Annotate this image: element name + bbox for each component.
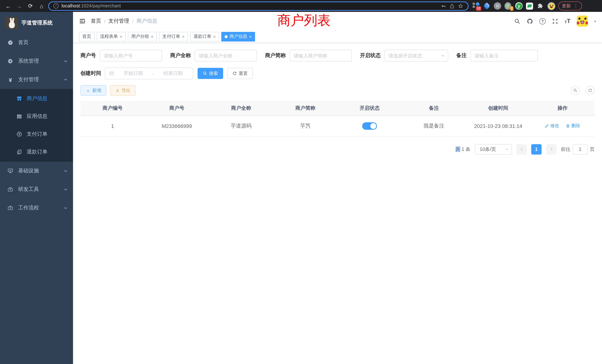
goto-page-input[interactable] — [573, 144, 588, 154]
extension-blocks-icon[interactable]: 10 — [472, 2, 480, 10]
help-icon[interactable]: ? — [539, 18, 546, 24]
merchant-table: 商户编号 商户号 商户全称 商户简称 开启状态 备注 创建时间 操作 1 — [80, 101, 595, 137]
sidebar-item-home[interactable]: 首页 — [0, 33, 73, 52]
tab-user-group[interactable]: 用户分组× — [128, 32, 157, 41]
tab-refund-order[interactable]: 退款订单× — [190, 32, 219, 41]
sidebar-item-workflow[interactable]: 工作流程 — [0, 199, 73, 217]
status-select[interactable] — [384, 50, 448, 62]
total-count: 共 1 条 — [455, 146, 470, 152]
sidebar-item-infra[interactable]: 基础设施 — [0, 162, 73, 180]
sidebar-collapse-button[interactable] — [79, 18, 86, 24]
hamburger-collapse-icon — [79, 18, 86, 24]
active-dot — [225, 35, 228, 38]
page-unit-label: 页 — [590, 146, 595, 152]
sidebar-item-pay[interactable]: ¥ 支付管理 — [0, 70, 73, 89]
goto-page: 前往 页 — [561, 144, 595, 154]
breadcrumb-pay[interactable]: 支付管理 — [108, 18, 129, 24]
address-bar[interactable]: i localhost:1024/pay/merchant — [48, 1, 469, 11]
short-name-input[interactable] — [290, 50, 352, 62]
col-short-name: 商户简称 — [273, 101, 337, 116]
refresh-table-button[interactable] — [586, 86, 595, 95]
table-row: 1 M233666999 芋道源码 芋艿 我是备注 2021-10-23 08:… — [80, 116, 595, 136]
breadcrumb-home[interactable]: 首页 — [91, 18, 101, 24]
page-size-select[interactable]: 10条/页 — [475, 144, 512, 154]
prev-page-button[interactable] — [516, 144, 527, 154]
browser-back-button[interactable]: ← — [4, 3, 13, 9]
merchant-name-label: 商户全称 — [170, 52, 191, 59]
browser-reload-button[interactable]: ⟳ — [26, 3, 35, 9]
page-content: 商户号 商户全称 商户简称 开启状态 — [73, 43, 602, 364]
delete-link[interactable]: 删除 — [566, 123, 580, 129]
browser-menu-icon[interactable]: ⋮ — [573, 3, 578, 9]
tab-close-icon[interactable]: × — [151, 34, 153, 39]
password-key-icon[interactable] — [441, 3, 446, 9]
merchant-no-input[interactable] — [100, 50, 162, 62]
tab-process-form[interactable]: 流程表单× — [97, 32, 126, 41]
sidebar-item-system[interactable]: 系统管理 — [0, 52, 73, 70]
sidebar-item-app-info[interactable]: 应用信息 — [0, 107, 73, 125]
github-icon[interactable] — [527, 18, 533, 24]
sidebar-item-pay-order[interactable]: 支付订单 — [0, 125, 73, 143]
extension-command-icon[interactable]: ⌘ — [494, 2, 501, 10]
sidebar-item-merchant-info[interactable]: 商户信息 — [0, 90, 73, 107]
tab-merchant-info[interactable]: 商户信息× — [221, 32, 255, 41]
extension-badge: 1 — [510, 6, 513, 11]
edit-link[interactable]: 修改 — [545, 123, 559, 129]
share-icon[interactable] — [449, 3, 455, 9]
browser-update-button[interactable]: 更新 ⋮ — [558, 1, 582, 10]
extension-chat-icon[interactable] — [526, 2, 533, 10]
monitor-icon — [7, 168, 13, 174]
tab-close-icon[interactable]: × — [120, 34, 122, 39]
toggle-search-button[interactable] — [571, 86, 580, 95]
sidebar-item-label: 基础设施 — [18, 168, 59, 174]
tab-home[interactable]: 首页 — [79, 32, 95, 41]
extension-y-icon[interactable]: y — [515, 2, 523, 10]
merchant-name-input[interactable] — [195, 50, 257, 62]
tab-close-icon[interactable]: × — [249, 34, 252, 39]
sidebar-item-devtools[interactable]: 研发工具 — [0, 180, 73, 199]
bookmark-star-icon[interactable] — [458, 3, 463, 9]
top-navbar: 首页 / 支付管理 / 商户信息 ? TT ▾ — [73, 12, 602, 30]
merchant-no-label: 商户号 — [80, 52, 96, 59]
add-button[interactable]: ＋ 新增 — [80, 85, 106, 96]
tab-close-icon[interactable]: × — [213, 34, 216, 39]
next-page-button[interactable] — [546, 144, 556, 154]
sidebar: 芋道管理系统 首页 系统管理 ¥ 支付管理 — [0, 12, 73, 364]
reset-button[interactable]: 重置 — [227, 68, 253, 79]
tab-label: 用户分组 — [131, 33, 149, 40]
sidebar-item-label: 商户信息 — [27, 95, 47, 102]
export-button[interactable]: 导出 — [110, 85, 136, 96]
search-button-label: 搜索 — [209, 70, 218, 76]
browser-profile-avatar[interactable] — [548, 2, 555, 10]
search-button[interactable]: 搜索 — [198, 68, 223, 79]
sidebar-logo[interactable]: 芋道管理系统 — [0, 12, 73, 33]
cell-actions: 修改 删除 — [530, 116, 595, 136]
sidebar-item-label: 工作流程 — [18, 205, 59, 211]
remark-input[interactable] — [470, 50, 538, 62]
user-avatar[interactable] — [577, 16, 588, 27]
status-toggle[interactable] — [362, 122, 377, 130]
toolbox-icon — [7, 186, 13, 192]
cell-merchant-name: 芋道源码 — [209, 116, 273, 136]
tab-pay-order[interactable]: 支付订单× — [159, 32, 188, 41]
font-size-icon[interactable]: TT — [565, 18, 570, 24]
sidebar-item-refund-order[interactable]: 退款订单 — [0, 143, 73, 161]
search-icon[interactable] — [514, 18, 520, 24]
briefcase-icon — [7, 205, 13, 211]
yuan-circle-icon — [16, 131, 22, 137]
fullscreen-icon[interactable] — [552, 18, 558, 24]
extensions-puzzle-icon[interactable] — [537, 2, 544, 10]
cell-merchant-no: M233666999 — [145, 116, 209, 136]
calendar-icon — [109, 71, 114, 76]
browser-home-button[interactable]: ⌂ — [37, 3, 46, 9]
tab-close-icon[interactable]: × — [182, 34, 185, 39]
site-info-icon[interactable]: i — [53, 3, 59, 9]
extensions-strip: 10 ⌘ 1 y 更新 ⋮ — [471, 1, 583, 10]
table-header-row: 商户编号 商户号 商户全称 商户简称 开启状态 备注 创建时间 操作 — [80, 101, 595, 116]
extension-blob-icon[interactable]: 1 — [505, 2, 512, 10]
date-range-picker[interactable]: 开始日期 - 结束日期 — [105, 67, 193, 79]
browser-forward-button[interactable]: → — [15, 3, 24, 9]
page-number-1[interactable]: 1 — [531, 144, 542, 154]
avatar-caret-icon[interactable]: ▾ — [594, 19, 596, 23]
extension-gem-icon[interactable] — [483, 2, 490, 10]
